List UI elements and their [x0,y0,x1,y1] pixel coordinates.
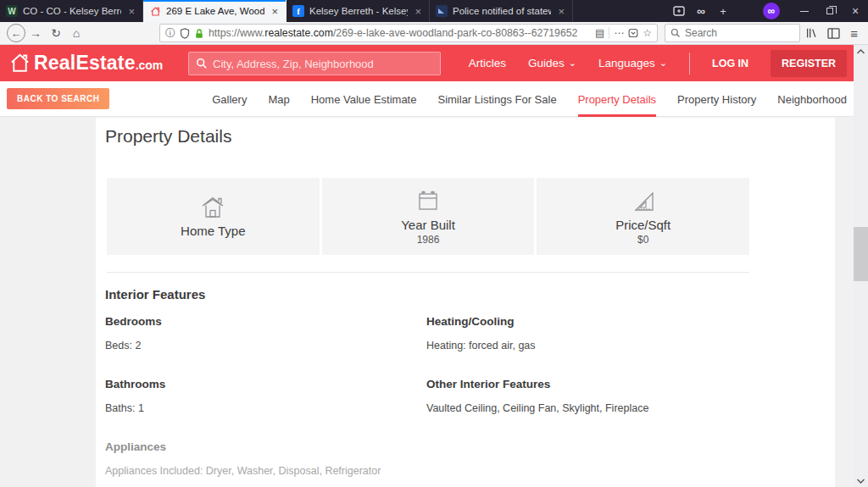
restore-window-button[interactable] [817,0,843,22]
languages-menu[interactable]: Languages⌄ [598,57,667,69]
private-mask-icon: ∞ [690,0,712,22]
content-panel: Property Details Home Type Year Built 19… [96,118,835,487]
scrollbar-thumb[interactable] [854,227,868,281]
url-bar[interactable]: ⓘ https://www.realestate.com/269-e-lake-… [159,24,658,42]
guides-menu[interactable]: Guides⌄ [528,57,576,69]
feature-bathrooms: Bathrooms Baths: 1 [105,378,426,414]
lock-icon [194,28,204,39]
price-sqft-card: Price/Sqft $0 [537,178,749,255]
tab-bar: W CO - CO - Kelsey Berreth, 29, W × 269 … [0,0,868,22]
reader-mode-icon[interactable]: ▤ [595,27,604,39]
feature-other-interior: Other Interior Features Vaulted Ceiling,… [426,378,748,414]
tab-realestate-active[interactable]: 269 E Lake Ave, Woodland Park × [143,0,287,22]
home-type-card: Home Type [107,178,320,255]
site-header: RealEstate.com Articles Guides⌄ Language… [0,45,854,81]
news-favicon-icon [436,5,448,17]
page-actions-icon[interactable]: ⋯ [614,27,624,39]
browser-search-box[interactable] [665,24,800,42]
back-to-search-button[interactable]: BACK TO SEARCH [7,88,109,109]
page-info-icon[interactable]: ⓘ [165,26,175,41]
summary-cards: Home Type Year Built 1986 Price/Sqft $0 [107,178,749,255]
card-label: Year Built [401,218,455,232]
home-button[interactable]: ⌂ [66,24,86,42]
tab-westword[interactable]: W CO - CO - Kelsey Berreth, 29, W × [0,0,143,22]
forward-button[interactable]: → [25,24,46,42]
interior-features-heading: Interior Features [105,287,835,302]
scroll-down-icon[interactable] [854,474,868,487]
subnav-similar-listings[interactable]: Similar Listings For Sale [437,81,556,117]
close-tab-icon[interactable]: × [126,5,136,18]
browser-window: W CO - CO - Kelsey Berreth, 29, W × 269 … [0,0,868,487]
card-value: $0 [637,234,648,246]
feature-heating-cooling: Heating/Cooling Heating: forced air, gas [426,315,748,351]
tab-facebook[interactable]: f Kelsey Berreth - Kelsey Berreth × [287,0,430,22]
ruler-icon [629,188,658,213]
feature-bedrooms: Bedrooms Beds: 2 [105,315,426,351]
subnav-map[interactable]: Map [268,81,289,117]
close-window-button[interactable]: × [843,0,868,22]
close-tab-icon[interactable]: × [556,5,566,18]
home-icon [198,194,227,219]
subnav-property-details[interactable]: Property Details [578,81,656,117]
login-button[interactable]: LOG IN [712,58,748,69]
card-value: 1986 [417,234,440,246]
card-label: Home Type [181,224,245,238]
subnav-property-history[interactable]: Property History [677,81,756,117]
logo-house-icon [8,52,31,75]
pocket-icon[interactable] [628,28,638,38]
url-text: https://www.realestate.com/269-e-lake-av… [209,27,591,39]
toolbar-right-icons: ≡ [805,26,861,41]
new-tab-button[interactable]: + [712,0,734,22]
tracking-shield-icon[interactable] [180,28,190,39]
search-icon [196,58,208,69]
bookmark-star-icon[interactable]: ☆ [643,27,652,39]
register-button[interactable]: REGISTER [771,50,847,77]
subnav-gallery[interactable]: Gallery [212,81,247,117]
scroll-up-icon[interactable] [854,45,868,58]
subnav-neighborhood[interactable]: Neighborhood [777,81,847,117]
close-tab-icon[interactable]: × [270,5,280,18]
back-button[interactable]: ← [7,24,25,42]
interior-features-grid: Bedrooms Beds: 2 Heating/Cooling Heating… [105,315,748,477]
realestate-logo[interactable]: RealEstate.com [8,52,163,75]
site-search-box[interactable] [188,52,441,75]
menu-icon[interactable]: ≡ [850,26,858,41]
close-tab-icon[interactable]: × [413,5,423,18]
minimize-button[interactable] [792,0,817,22]
facebook-favicon-icon: f [292,5,304,17]
card-label: Price/Sqft [615,218,670,232]
westword-favicon-icon: W [6,5,18,17]
library-icon[interactable] [805,27,817,39]
tab-bar-controls: ∞ + ∞ × [668,0,868,22]
browser-toolbar: ← → ↻ ⌂ ⓘ https://www.realestate.com/269… [0,22,868,45]
tab-news[interactable]: Police notified of statewide bo × [430,0,573,22]
year-built-card: Year Built 1986 [322,178,535,255]
tab-list-icon[interactable] [668,0,690,22]
tab-title: Kelsey Berreth - Kelsey Berreth [309,6,408,16]
page-title: Property Details [105,126,835,147]
site-search-input[interactable] [213,58,433,70]
feature-appliances: Appliances Appliances Included: Dryer, W… [105,440,426,477]
tab-title: CO - CO - Kelsey Berreth, 29, W [23,6,121,16]
search-icon [670,28,681,38]
chevron-down-icon: ⌄ [569,58,576,69]
calendar-icon [414,188,442,213]
logo-text: RealEstate [34,52,136,75]
reload-button[interactable]: ↻ [46,24,66,42]
subnav-items: Gallery Map Home Value Estimate Similar … [212,81,847,117]
page-scrollbar[interactable] [854,45,868,487]
property-subnav: BACK TO SEARCH Gallery Map Home Value Es… [0,81,854,117]
chevron-down-icon: ⌄ [659,58,667,69]
tab-title: 269 E Lake Ave, Woodland Park [166,6,264,16]
private-browsing-badge-icon: ∞ [763,3,780,19]
sidebar-icon[interactable] [827,28,840,39]
header-divider [689,53,690,75]
house-favicon-icon [149,5,161,17]
tab-title: Police notified of statewide bo [453,6,551,16]
section-divider [107,272,749,273]
page-background: Property Details Home Type Year Built 19… [0,118,854,487]
browser-search-input[interactable] [685,27,794,39]
articles-link[interactable]: Articles [469,57,506,69]
subnav-home-value-estimate[interactable]: Home Value Estimate [311,81,417,117]
urlbar-divider [609,27,609,39]
